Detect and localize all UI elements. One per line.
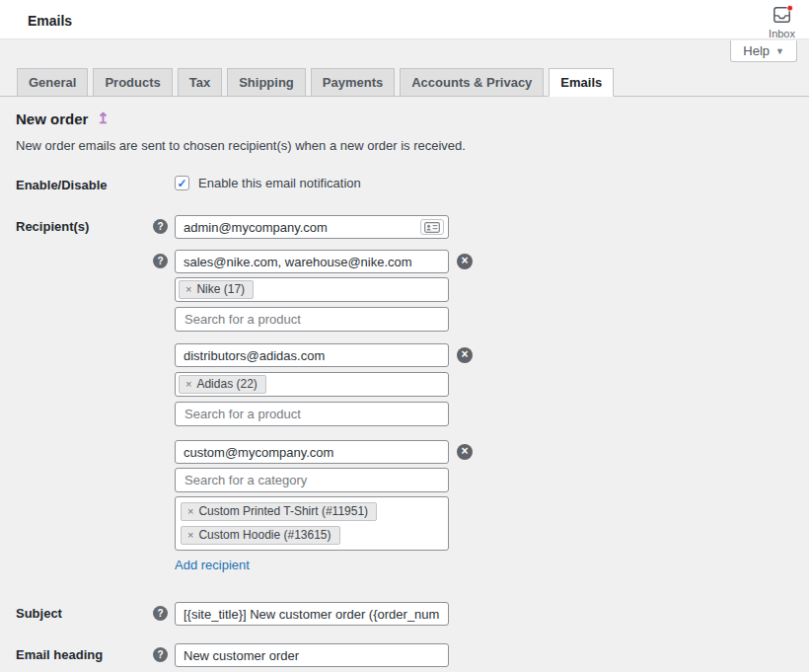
remove-recipient-button[interactable]: ×: [457, 254, 473, 269]
inbox-button[interactable]: Inbox: [769, 5, 795, 39]
tab-tax[interactable]: Tax: [178, 68, 222, 97]
help-tip-icon[interactable]: ?: [153, 254, 168, 268]
product-tag-label: Custom Hoodie (#13615): [198, 528, 331, 542]
selected-products-box[interactable]: ×Custom Printed T-Shirt (#11951) ×Custom…: [175, 496, 449, 551]
tab-general[interactable]: General: [17, 68, 88, 97]
subject-input[interactable]: [175, 602, 449, 626]
product-search-input[interactable]: [175, 307, 449, 332]
email-heading-input[interactable]: [175, 643, 449, 667]
section-title: New order ↥: [16, 110, 809, 127]
help-col-spacer: [153, 440, 175, 572]
chevron-down-icon: ▼: [775, 46, 784, 56]
add-recipient-link[interactable]: Add recipient: [175, 558, 449, 572]
product-tag: ×Adidas (22): [179, 375, 266, 394]
autofill-contact-icon[interactable]: [420, 219, 444, 235]
help-tip-icon[interactable]: ?: [153, 219, 168, 234]
remove-tag-icon[interactable]: ×: [185, 283, 191, 295]
help-tip-icon[interactable]: ?: [153, 606, 168, 621]
subject-label: Subject: [16, 602, 153, 621]
return-to-emails-icon[interactable]: ↥: [97, 110, 110, 127]
recipient-email-input[interactable]: [175, 250, 449, 273]
section-description: New order emails are sent to chosen reci…: [16, 138, 809, 153]
email-heading-label: Email heading: [16, 643, 153, 662]
email-heading-row: Email heading ?: [16, 643, 809, 667]
enable-checkbox-label: Enable this email notification: [198, 176, 361, 190]
recipients-label: Recipient(s): [16, 215, 153, 234]
selected-products-box[interactable]: ×Nike (17): [175, 277, 449, 302]
product-search-input[interactable]: [175, 402, 449, 426]
enable-checkbox[interactable]: ✓: [175, 176, 189, 190]
section-title-text: New order: [16, 111, 88, 127]
product-tag: ×Custom Hoodie (#13615): [181, 526, 340, 545]
tab-accounts-privacy[interactable]: Accounts & Privacy: [400, 68, 544, 97]
tab-payments[interactable]: Payments: [311, 68, 395, 97]
help-dropdown-button[interactable]: Help ▼: [730, 40, 797, 62]
settings-tab-bar: General Products Tax Shipping Payments A…: [0, 68, 809, 97]
page-header-title: Emails: [28, 13, 72, 29]
inbox-icon: [772, 5, 793, 27]
enable-checkbox-line: ✓ Enable this email notification: [175, 174, 449, 190]
remove-tag-icon[interactable]: ×: [187, 529, 193, 541]
recipient-email-input[interactable]: [175, 440, 449, 464]
tab-shipping[interactable]: Shipping: [227, 68, 306, 97]
help-col-spacer: [153, 343, 175, 426]
remove-recipient-button[interactable]: ×: [457, 444, 473, 460]
remove-tag-icon[interactable]: ×: [187, 505, 193, 517]
product-tag-label: Adidas (22): [196, 377, 257, 391]
checkmark-icon: ✓: [177, 178, 186, 189]
remove-tag-icon[interactable]: ×: [185, 378, 191, 390]
remove-recipient-button[interactable]: ×: [457, 347, 473, 363]
enable-row: Enable/Disable ✓ Enable this email notif…: [16, 174, 809, 192]
tab-products[interactable]: Products: [93, 68, 172, 97]
default-recipient-input[interactable]: [175, 215, 449, 239]
recipient-email-input[interactable]: [175, 343, 449, 367]
recipients-row: Recipient(s) ? ?: [16, 215, 809, 572]
product-tag: ×Custom Printed T-Shirt (#11951): [181, 502, 377, 521]
inbox-label: Inbox: [769, 28, 795, 39]
help-tip-icon[interactable]: ?: [153, 647, 168, 662]
tab-emails[interactable]: Emails: [549, 68, 614, 97]
subject-row: Subject ?: [16, 602, 809, 626]
enable-label: Enable/Disable: [16, 174, 153, 192]
selected-products-box[interactable]: ×Adidas (22): [175, 372, 449, 397]
product-tag: ×Nike (17): [179, 280, 254, 299]
help-label: Help: [743, 43, 770, 58]
category-search-input[interactable]: [175, 468, 449, 492]
product-tag-label: Nike (17): [196, 282, 245, 296]
product-tag-label: Custom Printed T-Shirt (#11951): [198, 504, 368, 518]
top-bar: Emails Inbox: [0, 0, 809, 39]
help-col-spacer: [153, 174, 175, 178]
